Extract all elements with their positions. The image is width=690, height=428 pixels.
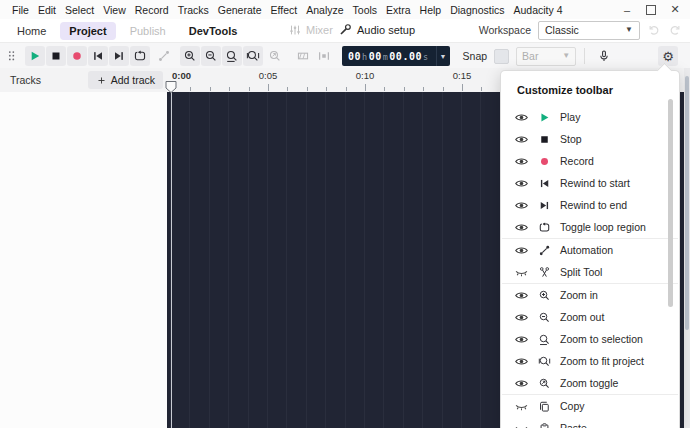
eye-open-icon (514, 376, 529, 391)
menu-item-audacity-4[interactable]: Audacity 4 (509, 4, 566, 16)
panel-item-automation[interactable]: Automation (501, 239, 679, 261)
scrollbar-thumb[interactable] (685, 76, 689, 330)
eye-open-icon[interactable] (514, 198, 529, 213)
menu-item-extra[interactable]: Extra (382, 4, 415, 16)
panel-item-paste[interactable]: Paste (501, 417, 679, 428)
time-display[interactable]: 00h00m00.00s ▼ (342, 46, 450, 66)
close-icon[interactable]: ✕ (666, 1, 684, 18)
tracks-sidebar[interactable] (0, 92, 168, 428)
panel-item-record[interactable]: Record (501, 150, 679, 172)
zoom-to-fit-project-button[interactable] (243, 46, 263, 66)
window-controls: – ✕ (618, 0, 684, 19)
panel-item-label: Zoom to selection (560, 333, 643, 345)
menu-item-file[interactable]: File (8, 4, 33, 16)
panel-item-toggle-loop-region[interactable]: Toggle loop region (501, 216, 679, 238)
vertical-scrollbar[interactable] (684, 68, 690, 428)
eye-closed-icon[interactable] (514, 399, 529, 414)
panel-item-zoom-to-fit-project[interactable]: Zoom to fit project (501, 350, 679, 372)
panel-item-rewind-to-end[interactable]: Rewind to end (501, 194, 679, 216)
menu-item-edit[interactable]: Edit (34, 4, 60, 16)
chevron-down-icon[interactable]: ▼ (436, 46, 450, 66)
play-button[interactable] (25, 46, 45, 66)
eye-open-icon[interactable] (514, 243, 529, 258)
eye-open-icon[interactable] (514, 376, 529, 391)
menu-item-tools[interactable]: Tools (349, 4, 382, 16)
panel-scrollbar-thumb[interactable] (668, 99, 673, 307)
loop-icon (133, 49, 147, 63)
menu-item-help[interactable]: Help (416, 4, 446, 16)
plus-icon (96, 75, 107, 86)
zoom-selection-icon-slot (537, 333, 551, 346)
eye-open-icon (514, 154, 529, 169)
eye-closed-icon[interactable] (514, 421, 529, 428)
add-track-button[interactable]: Add track (88, 71, 163, 89)
zoom-in-button[interactable] (180, 46, 200, 66)
panel-item-rewind-to-start[interactable]: Rewind to start (501, 172, 679, 194)
automation-button (154, 46, 174, 66)
eye-open-icon[interactable] (514, 132, 529, 147)
tab-devtools[interactable]: DevTools (180, 22, 247, 40)
zoom-out-button[interactable] (201, 46, 221, 66)
menu-item-view[interactable]: View (99, 4, 130, 16)
tab-publish[interactable]: Publish (121, 22, 175, 40)
eye-open-icon[interactable] (514, 154, 529, 169)
tab-home[interactable]: Home (8, 22, 55, 40)
menu-item-analyze[interactable]: Analyze (302, 4, 347, 16)
playhead-pin[interactable] (164, 80, 178, 96)
panel-item-label: Copy (560, 400, 585, 412)
menu-item-tracks[interactable]: Tracks (174, 4, 213, 16)
snap-label: Snap (463, 50, 488, 62)
panel-item-stop[interactable]: Stop (501, 128, 679, 150)
panel-item-play[interactable]: Play (501, 106, 679, 128)
plus-icon (96, 75, 107, 86)
eye-open-icon[interactable] (514, 288, 529, 303)
ruler-tick (481, 87, 482, 91)
redo-icon (668, 23, 682, 37)
menu-item-select[interactable]: Select (61, 4, 98, 16)
ruler-tick (462, 84, 463, 91)
mic-icon (597, 49, 611, 63)
rewind-start-icon (91, 49, 105, 63)
zoom-in-icon (183, 49, 197, 63)
eye-open-icon[interactable] (514, 354, 529, 369)
customize-toolbar-gear-button[interactable]: ⚙ (658, 46, 678, 66)
panel-item-split-tool[interactable]: Split Tool (501, 261, 679, 283)
toolbar-drag-handle[interactable] (5, 49, 19, 63)
snap-checkbox[interactable] (494, 49, 509, 64)
eye-open-icon[interactable] (514, 310, 529, 325)
zoom-to-selection-button[interactable] (222, 46, 242, 66)
stop-button[interactable] (46, 46, 66, 66)
eye-open-icon[interactable] (514, 176, 529, 191)
panel-item-zoom-in[interactable]: Zoom in (501, 284, 679, 306)
record-button[interactable] (67, 46, 87, 66)
audio-setup-button[interactable]: Audio setup (338, 19, 415, 41)
menu-item-generate[interactable]: Generate (214, 4, 266, 16)
rewind-to-start-button[interactable] (88, 46, 108, 66)
eye-closed-icon[interactable] (514, 265, 529, 280)
menu-item-record[interactable]: Record (131, 4, 173, 16)
tab-bar: HomeProjectPublishDevTools Mixer Audio s… (0, 19, 690, 43)
minimize-icon[interactable]: – (618, 1, 636, 18)
panel-item-copy[interactable]: Copy (501, 395, 679, 417)
copy-icon (538, 400, 551, 413)
microphone-button[interactable] (594, 46, 614, 66)
automation-icon-slot (537, 244, 551, 257)
menu-item-diagnostics[interactable]: Diagnostics (446, 4, 508, 16)
toolbar-separator (584, 48, 585, 64)
eye-open-icon[interactable] (514, 110, 529, 125)
panel-item-zoom-to-selection[interactable]: Zoom to selection (501, 328, 679, 350)
menu-item-effect[interactable]: Effect (267, 4, 302, 16)
eye-open-icon[interactable] (514, 332, 529, 347)
rewind-to-end-button[interactable] (109, 46, 129, 66)
zoom-toggle-icon-slot (537, 377, 551, 390)
tab-project[interactable]: Project (60, 22, 115, 40)
maximize-icon[interactable] (642, 1, 660, 18)
gear-icon: ⚙ (662, 50, 674, 63)
workspace-select[interactable]: Classic ▼ (538, 21, 640, 40)
toggle-loop-region-button[interactable] (130, 46, 150, 66)
snap-mode-select[interactable]: Bar ▼ (516, 47, 576, 66)
eye-open-icon[interactable] (514, 220, 529, 235)
panel-item-zoom-toggle[interactable]: Zoom toggle (501, 372, 679, 394)
panel-item-zoom-out[interactable]: Zoom out (501, 306, 679, 328)
transport-toolbar: 00h00m00.00s ▼ Snap Bar ▼ ⚙ (0, 42, 690, 70)
